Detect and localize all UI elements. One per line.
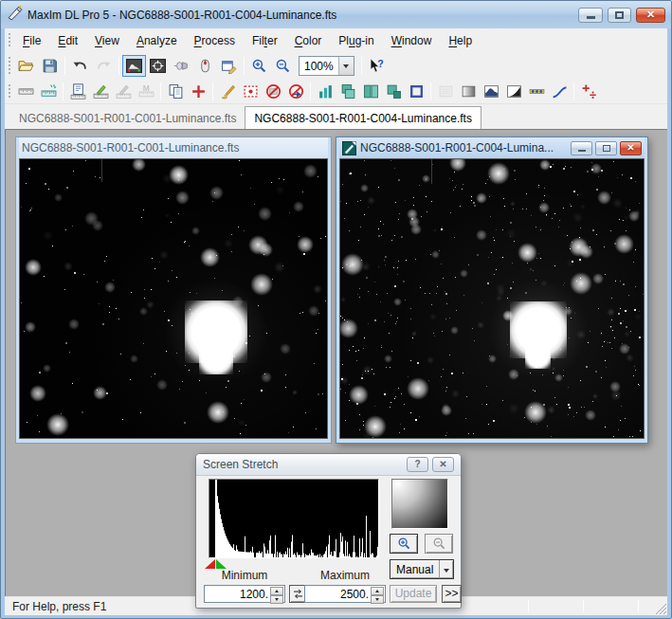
mouse-control-button[interactable] [193, 55, 217, 77]
crosshair-button[interactable] [146, 55, 170, 77]
resize-grip[interactable] [654, 602, 666, 614]
menu-help[interactable]: Help [440, 31, 481, 50]
no-calibration-button[interactable] [262, 82, 284, 101]
undo-button[interactable] [68, 55, 92, 77]
document-tab-2-active[interactable]: NGC6888-S001-R001-C004-Luminance.fts [245, 106, 481, 129]
gamma-curve-button[interactable] [548, 82, 571, 101]
star-field-image-c001[interactable] [19, 158, 328, 439]
noise-speckle [356, 360, 357, 361]
histogram-plot[interactable] [209, 479, 379, 558]
spin-up-button[interactable] [270, 587, 283, 595]
curves-button[interactable] [502, 82, 525, 101]
menu-file[interactable]: File [14, 31, 49, 50]
zoom-in-button[interactable] [247, 55, 271, 77]
noise-speckle [456, 310, 457, 311]
spin-down-button[interactable] [270, 595, 283, 604]
menu-plugin[interactable]: Plug-in [330, 31, 382, 50]
context-help-button[interactable]: ? [365, 55, 389, 77]
noise-speckle [489, 355, 490, 356]
star [449, 158, 466, 172]
zoom-level-dropdown-button[interactable] [338, 57, 354, 75]
menu-edit[interactable]: Edit [49, 31, 86, 50]
screen-stretch-button[interactable] [122, 55, 146, 77]
faint-star-blob [276, 186, 284, 194]
spin-down-button[interactable] [371, 595, 384, 604]
menu-process[interactable]: Process [186, 31, 244, 50]
zoom-level-select[interactable]: 100% [299, 56, 354, 76]
pixel-edit-button[interactable] [216, 82, 239, 101]
menu-color[interactable]: Color [286, 31, 331, 50]
noise-speckle [455, 187, 456, 188]
close-button[interactable]: ✕ [636, 8, 665, 23]
histogram-zoom-out-button[interactable] [425, 534, 453, 554]
toolbar1-grip[interactable] [8, 56, 11, 75]
noise-speckle [613, 161, 614, 162]
toggle-crosshairs-button[interactable] [187, 82, 209, 101]
information-window-button[interactable] [66, 82, 89, 101]
screen-stretch-panel-button[interactable] [457, 82, 480, 101]
dropdown-arrow-button[interactable] [439, 560, 453, 578]
histogram-zoom-in-button[interactable] [390, 534, 418, 554]
open-button[interactable] [14, 55, 38, 77]
child-title-bar-active[interactable]: NGC6888-S001-R001-C004-Lumina... ✕ [339, 137, 645, 158]
defect-map-button[interactable] [239, 82, 262, 101]
child-title-bar[interactable]: NGC6888-S001-R001-C001-Luminance.fts [19, 137, 328, 158]
crosshair-icon [150, 58, 166, 74]
expand-dialog-button[interactable]: >> [442, 585, 462, 603]
menu-filter[interactable]: Filter [244, 31, 286, 50]
maximize-button[interactable] [608, 8, 631, 23]
zoom-box-button[interactable] [405, 82, 427, 101]
zoom-out-button[interactable] [271, 55, 295, 77]
night-vision-button[interactable] [170, 55, 193, 77]
noise-speckle [538, 185, 539, 186]
title-bar[interactable]: MaxIm DL Pro 5 - NGC6888-S001-R001-C004-… [1, 1, 671, 28]
menu-view[interactable]: View [86, 31, 128, 50]
noise-speckle [410, 360, 411, 361]
child-minimize-button[interactable] [571, 141, 592, 155]
max-marker-triangle[interactable] [216, 559, 227, 569]
annotate-button[interactable] [89, 82, 112, 101]
measure-ruler-button[interactable] [14, 82, 37, 101]
zoom-in-icon [251, 58, 267, 74]
dialog-help-button[interactable]: ? [407, 457, 428, 472]
spin-up-button[interactable] [371, 587, 384, 595]
auto-stretch-button[interactable] [37, 82, 60, 101]
histogram-window-button[interactable] [314, 82, 336, 101]
menu-analyze[interactable]: Analyze [128, 31, 186, 50]
toolbar2-grip[interactable] [8, 83, 11, 100]
child-maximize-button[interactable] [595, 141, 617, 155]
histogram-spec-button[interactable] [480, 82, 502, 101]
document-tab-1[interactable]: NGC6888-S001-R001-C001-Luminance.fts [10, 108, 245, 129]
tile-vertical-button[interactable] [382, 82, 405, 101]
noise-speckle [543, 200, 544, 201]
noise-speckle [622, 174, 623, 175]
menu-window[interactable]: Window [383, 31, 441, 50]
noise-speckle [552, 218, 553, 219]
menubar-grip[interactable] [8, 32, 11, 49]
dialog-close-button[interactable]: ✕ [432, 457, 454, 472]
no-track-button[interactable] [284, 82, 307, 101]
min-marker-triangle[interactable] [205, 559, 215, 569]
tile-windows-button[interactable] [359, 82, 382, 101]
cascade-windows-button[interactable] [336, 82, 359, 101]
image-window-c004[interactable]: NGC6888-S001-R001-C004-Lumina... ✕ [336, 137, 648, 444]
pixel-math-button[interactable] [577, 82, 600, 101]
child-close-button[interactable]: ✕ [620, 141, 642, 155]
star [590, 163, 602, 174]
noise-speckle [406, 260, 407, 261]
star [407, 377, 429, 400]
line-profile-button[interactable] [525, 82, 548, 101]
save-button[interactable] [38, 55, 62, 77]
noise-speckle [405, 300, 406, 300]
noise-speckle [293, 427, 294, 428]
stretch-mode-dropdown[interactable]: Manual [390, 559, 454, 579]
noise-speckle [604, 246, 605, 247]
star-field-image-c004[interactable] [339, 158, 645, 439]
minimize-button[interactable] [578, 8, 603, 23]
image-window-c001[interactable]: NGC6888-S001-R001-C001-Luminance.fts [15, 137, 332, 444]
copy-button[interactable] [164, 82, 187, 101]
dialog-title-bar[interactable]: Screen Stretch ? ✕ [196, 454, 461, 476]
noise-speckle [240, 433, 241, 434]
display-settings-button[interactable] [217, 55, 241, 77]
update-button[interactable]: Update [390, 585, 437, 603]
